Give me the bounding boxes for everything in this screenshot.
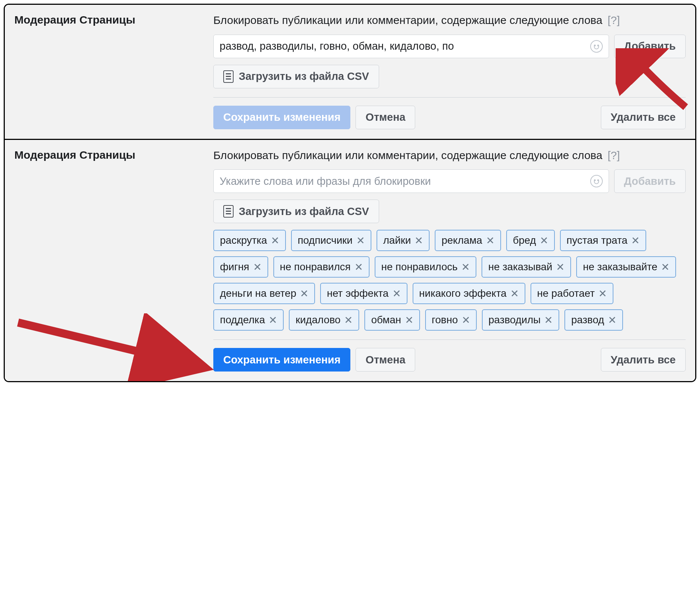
delete-all-button[interactable]: Удалить все <box>601 348 686 372</box>
description-text: Блокировать публикации или комментарии, … <box>213 148 686 163</box>
divider <box>213 97 686 98</box>
remove-tag-icon[interactable]: ✕ <box>344 314 353 326</box>
save-button[interactable]: Сохранить изменения <box>213 348 350 372</box>
remove-tag-icon[interactable]: ✕ <box>598 288 607 300</box>
tag-label: реклама <box>441 235 482 246</box>
tag-label: обман <box>371 314 401 326</box>
remove-tag-icon[interactable]: ✕ <box>510 288 519 300</box>
moderation-panel-after: Модерация Страницы Блокировать публикаци… <box>5 139 695 381</box>
blocked-word-tag[interactable]: бред✕ <box>506 230 555 251</box>
tag-label: не работает <box>537 288 595 299</box>
upload-csv-button[interactable]: Загрузить из файла CSV <box>213 200 379 223</box>
tag-label: разводилы <box>489 314 541 326</box>
moderation-panel-before: Модерация Страницы Блокировать публикаци… <box>5 5 695 139</box>
input-value: развод, разводилы, говно, обман, кидалов… <box>220 40 587 52</box>
tag-label: бред <box>513 235 536 246</box>
blocked-words-input[interactable]: Укажите слова или фразы для блокировки <box>213 169 609 193</box>
blocked-word-tag[interactable]: говно✕ <box>425 309 477 331</box>
remove-tag-icon[interactable]: ✕ <box>544 314 553 326</box>
remove-tag-icon[interactable]: ✕ <box>253 261 262 273</box>
blocked-word-tag[interactable]: нет эффекта✕ <box>320 283 407 304</box>
tag-label: говно <box>432 314 458 326</box>
tag-label: пустая трата <box>567 235 627 246</box>
blocked-word-tag[interactable]: кидалово✕ <box>289 309 359 331</box>
csv-button-label: Загрузить из файла CSV <box>239 205 369 218</box>
blocked-word-tag[interactable]: разводилы✕ <box>482 309 560 331</box>
tag-label: не понравился <box>280 261 351 273</box>
tag-label: развод <box>571 314 604 326</box>
add-button: Добавить <box>614 169 686 193</box>
tag-label: кидалово <box>295 314 340 326</box>
blocked-word-tag[interactable]: подделка✕ <box>213 309 284 331</box>
remove-tag-icon[interactable]: ✕ <box>462 314 470 326</box>
remove-tag-icon[interactable]: ✕ <box>271 235 279 247</box>
tag-label: лайки <box>383 235 411 246</box>
blocked-word-tag[interactable]: не заказывайте✕ <box>576 256 676 278</box>
remove-tag-icon[interactable]: ✕ <box>356 235 365 247</box>
help-marker[interactable]: [?] <box>608 14 620 26</box>
save-button[interactable]: Сохранить изменения <box>213 106 350 129</box>
emoji-icon[interactable] <box>590 175 603 187</box>
blocked-words-input[interactable]: развод, разводилы, говно, обман, кидалов… <box>213 35 609 58</box>
tag-label: раскрутка <box>220 235 267 246</box>
blocked-word-tag[interactable]: фигня✕ <box>213 256 268 278</box>
remove-tag-icon[interactable]: ✕ <box>540 235 548 247</box>
add-button[interactable]: Добавить <box>614 35 686 58</box>
remove-tag-icon[interactable]: ✕ <box>608 314 616 326</box>
cancel-button[interactable]: Отмена <box>356 106 415 129</box>
remove-tag-icon[interactable]: ✕ <box>631 235 640 247</box>
blocked-word-tag[interactable]: реклама✕ <box>435 230 501 251</box>
remove-tag-icon[interactable]: ✕ <box>405 314 413 326</box>
divider <box>213 339 686 340</box>
upload-csv-button[interactable]: Загрузить из файла CSV <box>213 65 379 88</box>
blocked-word-tag[interactable]: пустая трата✕ <box>560 230 646 251</box>
document-icon <box>223 205 234 218</box>
remove-tag-icon[interactable]: ✕ <box>269 314 277 326</box>
cancel-button[interactable]: Отмена <box>356 348 415 372</box>
remove-tag-icon[interactable]: ✕ <box>461 261 470 273</box>
remove-tag-icon[interactable]: ✕ <box>392 288 401 300</box>
blocked-word-tag[interactable]: не понравился✕ <box>273 256 370 278</box>
blocked-word-tag[interactable]: подписчики✕ <box>291 230 371 251</box>
blocked-words-tags: раскрутка✕подписчики✕лайки✕реклама✕бред✕… <box>213 230 686 331</box>
tag-label: деньги на ветер <box>220 288 296 299</box>
remove-tag-icon[interactable]: ✕ <box>300 288 308 300</box>
remove-tag-icon[interactable]: ✕ <box>556 261 564 273</box>
delete-all-button[interactable]: Удалить все <box>601 106 686 129</box>
blocked-word-tag[interactable]: развод✕ <box>564 309 623 331</box>
blocked-word-tag[interactable]: не работает✕ <box>531 283 614 304</box>
remove-tag-icon[interactable]: ✕ <box>354 261 363 273</box>
remove-tag-icon[interactable]: ✕ <box>486 235 494 247</box>
section-title: Модерация Страницы <box>14 13 213 129</box>
emoji-icon[interactable] <box>590 40 603 53</box>
tag-label: нет эффекта <box>327 288 388 299</box>
blocked-word-tag[interactable]: обман✕ <box>364 309 420 331</box>
tag-label: подделка <box>220 314 265 326</box>
tag-label: никакого эффекта <box>419 288 507 299</box>
help-marker[interactable]: [?] <box>608 149 620 161</box>
remove-tag-icon[interactable]: ✕ <box>414 235 423 247</box>
tag-label: не заказывай <box>488 261 552 273</box>
blocked-word-tag[interactable]: никакого эффекта✕ <box>413 283 525 304</box>
tag-label: подписчики <box>298 235 353 246</box>
blocked-word-tag[interactable]: не заказывай✕ <box>482 256 571 278</box>
section-title: Модерация Страницы <box>14 148 213 372</box>
blocked-word-tag[interactable]: не понравилось✕ <box>375 256 476 278</box>
description-text: Блокировать публикации или комментарии, … <box>213 13 686 28</box>
remove-tag-icon[interactable]: ✕ <box>661 261 669 273</box>
document-icon <box>223 70 234 83</box>
blocked-word-tag[interactable]: раскрутка✕ <box>213 230 286 251</box>
tag-label: не заказывайте <box>583 261 657 273</box>
blocked-word-tag[interactable]: лайки✕ <box>377 230 430 251</box>
blocked-word-tag[interactable]: деньги на ветер✕ <box>213 283 315 304</box>
input-placeholder: Укажите слова или фразы для блокировки <box>220 175 587 187</box>
tag-label: не понравилось <box>381 261 458 273</box>
tag-label: фигня <box>220 261 249 273</box>
csv-button-label: Загрузить из файла CSV <box>239 70 369 82</box>
